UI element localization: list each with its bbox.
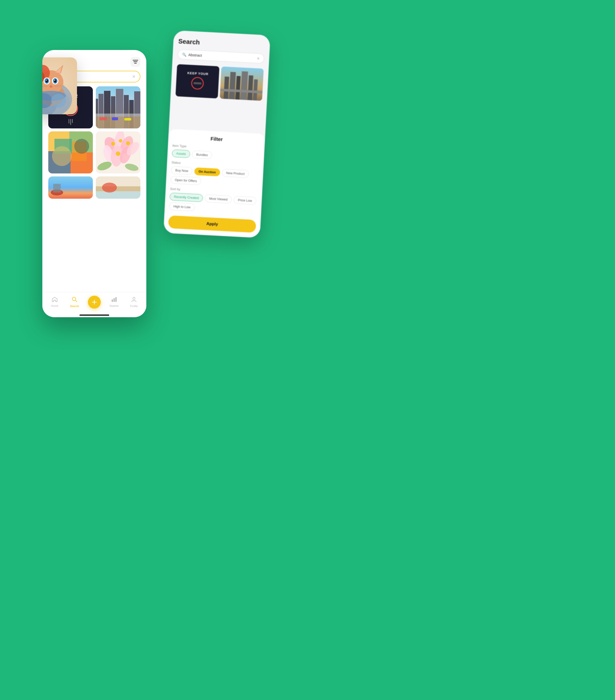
search-icon bbox=[72, 297, 77, 304]
chip-recently-created[interactable]: Recently Created bbox=[170, 192, 203, 202]
svg-line-56 bbox=[75, 300, 77, 302]
art-card-city[interactable] bbox=[96, 86, 140, 128]
beach-art-svg bbox=[48, 176, 93, 199]
svg-rect-59 bbox=[112, 299, 113, 302]
back-search-bar[interactable]: 🔍 Abstract ✕ bbox=[177, 49, 265, 64]
svg-rect-61 bbox=[115, 297, 116, 302]
svg-rect-10 bbox=[134, 63, 137, 64]
svg-point-54 bbox=[102, 183, 117, 192]
phone-back: Search 🔍 Abstract ✕ KEEP YOUR bbox=[163, 30, 270, 238]
svg-point-78 bbox=[46, 80, 47, 81]
art-card-beach[interactable] bbox=[48, 176, 93, 199]
city-art-svg bbox=[96, 86, 140, 128]
svg-point-81 bbox=[54, 79, 57, 83]
svg-rect-24 bbox=[124, 118, 131, 121]
chip-buy-now[interactable]: Buy Now bbox=[171, 166, 193, 175]
home-indicator bbox=[79, 314, 109, 316]
front-clear-icon[interactable]: ✕ bbox=[132, 74, 135, 79]
profile-icon bbox=[131, 297, 137, 304]
back-art-city bbox=[220, 66, 264, 101]
chip-bundles[interactable]: Bundles bbox=[192, 150, 212, 159]
svg-point-33 bbox=[74, 139, 89, 154]
status-chips: Buy Now On Auction New Product Open for … bbox=[170, 166, 259, 188]
cat-artwork bbox=[42, 58, 77, 114]
chip-assets[interactable]: Assets bbox=[172, 149, 190, 158]
nav-profile-label: Profile bbox=[130, 304, 138, 308]
svg-point-32 bbox=[52, 146, 72, 166]
svg-point-90 bbox=[51, 94, 66, 108]
apply-button[interactable]: Apply bbox=[168, 215, 256, 233]
bottom-art-row bbox=[48, 176, 140, 199]
back-art-dark: KEEP YOUR bbox=[175, 64, 220, 99]
filter-icon-button[interactable] bbox=[131, 57, 140, 67]
nav-statistic-label: Statistic bbox=[109, 304, 119, 307]
svg-rect-60 bbox=[114, 298, 115, 302]
chip-most-viewed[interactable]: Most Viewed bbox=[205, 195, 232, 204]
statistic-icon bbox=[111, 297, 117, 303]
svg-rect-50 bbox=[53, 184, 61, 192]
art-card-flowers[interactable] bbox=[96, 132, 140, 173]
svg-point-42 bbox=[111, 142, 115, 146]
svg-rect-22 bbox=[99, 117, 107, 120]
svg-point-44 bbox=[126, 141, 130, 145]
svg-point-43 bbox=[119, 139, 122, 142]
sort-chips: Recently Created Most Viewed Price Low H… bbox=[169, 192, 258, 214]
back-art-circle bbox=[191, 77, 204, 90]
svg-point-77 bbox=[46, 79, 48, 83]
nav-search-label: Search bbox=[70, 304, 79, 308]
home-icon bbox=[52, 297, 58, 303]
add-button[interactable] bbox=[88, 296, 101, 309]
art-card-colorful[interactable] bbox=[48, 132, 93, 173]
scene: Search 🔍 Abstract ✕ KEEP YOUR bbox=[42, 20, 265, 329]
partial-art-svg bbox=[96, 176, 140, 199]
art-grid-section: KEEP YOUR bbox=[42, 86, 146, 292]
chip-high-to-low[interactable]: High to Low bbox=[169, 202, 195, 211]
nav-home[interactable]: Home bbox=[47, 297, 62, 307]
back-phone-title: Search bbox=[178, 37, 265, 50]
svg-point-45 bbox=[116, 151, 120, 156]
back-search-icon: 🔍 bbox=[182, 52, 186, 57]
svg-point-82 bbox=[54, 80, 55, 81]
chip-price-low[interactable]: Price Low bbox=[233, 196, 257, 205]
bottom-nav: Home Search Statis bbox=[42, 292, 146, 314]
back-image-grid: KEEP YOUR bbox=[175, 64, 264, 101]
nav-home-label: Home bbox=[51, 304, 58, 307]
svg-rect-20 bbox=[96, 114, 140, 116]
filter-lines-icon bbox=[133, 60, 138, 64]
back-search-query: Abstract bbox=[188, 53, 255, 60]
chip-open-offers[interactable]: Open for Offers bbox=[170, 176, 201, 185]
svg-rect-23 bbox=[112, 117, 118, 120]
svg-rect-53 bbox=[96, 191, 140, 199]
cat-card[interactable] bbox=[42, 58, 77, 114]
filter-sheet: Filter Item Type Assets Bundles Status B… bbox=[163, 129, 265, 238]
back-art-text1: KEEP YOUR bbox=[187, 71, 208, 76]
art-card-partial[interactable] bbox=[96, 176, 140, 199]
nav-search[interactable]: Search bbox=[67, 297, 82, 308]
chip-on-auction[interactable]: On Auction bbox=[194, 167, 220, 176]
svg-point-62 bbox=[133, 297, 135, 300]
back-art-rect bbox=[193, 82, 201, 85]
filter-title: Filter bbox=[173, 134, 261, 144]
colorful-art-svg bbox=[48, 132, 93, 173]
back-clear-icon[interactable]: ✕ bbox=[257, 57, 260, 61]
art-lines bbox=[69, 119, 73, 125]
svg-rect-8 bbox=[133, 60, 138, 61]
nav-statistic[interactable]: Statistic bbox=[107, 297, 122, 307]
flowers-art-svg bbox=[96, 132, 140, 173]
nav-profile[interactable]: Profile bbox=[126, 297, 142, 308]
nav-add[interactable] bbox=[87, 296, 102, 309]
phone-front: Search 🔍 Abstract ✕ bbox=[42, 50, 146, 317]
chip-new-product[interactable]: New Product bbox=[222, 169, 249, 178]
svg-rect-9 bbox=[133, 61, 137, 62]
